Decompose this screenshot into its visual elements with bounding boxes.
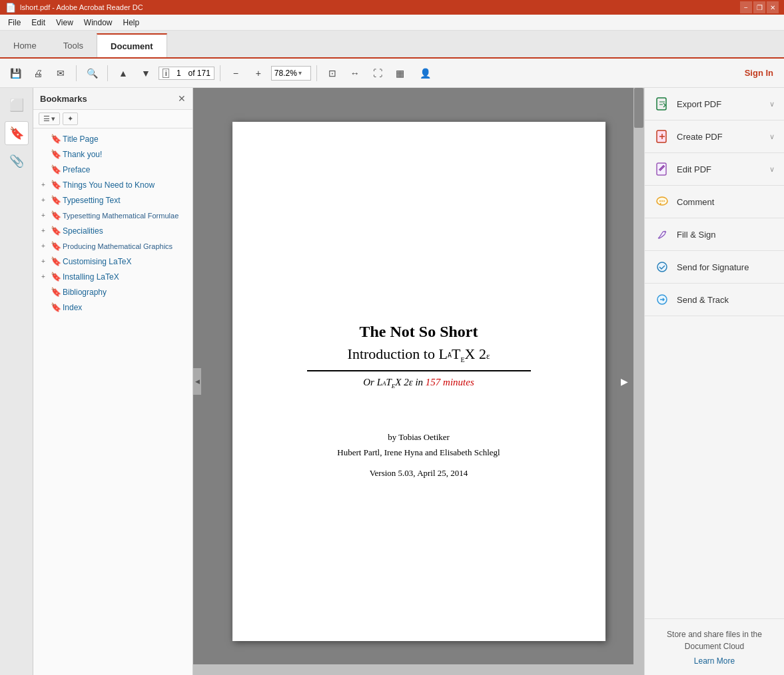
bookmark-item-math-graphics[interactable]: + 🔖 Producing Mathematical Graphics: [33, 238, 193, 254]
prev-page-button[interactable]: ▲: [113, 63, 133, 83]
pages-panel-button[interactable]: ⬜: [5, 93, 29, 117]
pdf-version: Version 5.03, April 25, 2014: [259, 465, 579, 481]
window-title: lshort.pdf - Adobe Acrobat Reader DC: [20, 3, 143, 11]
comment-row: Comment: [654, 194, 775, 210]
right-panel-comment[interactable]: Comment: [645, 186, 784, 218]
bookmarks-list-btn[interactable]: ☰ ▾: [39, 112, 60, 125]
menu-help[interactable]: Help: [118, 17, 145, 29]
right-panel-send-signature[interactable]: Send for Signature: [645, 251, 784, 284]
promo-text: Store and share files in the Document Cl…: [654, 628, 775, 652]
edit-pdf-icon: [654, 161, 670, 177]
pdf-page: The Not So Short Introduction to LATEX 2…: [232, 122, 605, 641]
bookmark-item-customising[interactable]: + 🔖 Customising LaTeX: [33, 254, 193, 269]
info-icon: i: [163, 69, 169, 78]
menu-bar: File Edit View Window Help: [0, 15, 784, 31]
right-panel: Export PDF ∨ Create PDF ∨ Edit PDF ∨: [644, 88, 784, 675]
send-signature-row: Send for Signature: [654, 259, 775, 275]
next-page-arrow[interactable]: ▶: [617, 368, 631, 395]
right-panel-create-pdf[interactable]: Create PDF ∨: [645, 120, 784, 153]
bookmark-item-installing[interactable]: + 🔖 Installing LaTeX: [33, 269, 193, 284]
bookmarks-header: Bookmarks ✕: [33, 88, 193, 110]
email-button[interactable]: ✉: [51, 63, 71, 83]
bookmarks-panel-button[interactable]: 🔖: [5, 121, 29, 145]
profile-button[interactable]: 👤: [416, 63, 436, 83]
bookmark-label-thank-you: Thank you!: [63, 150, 102, 159]
menu-edit[interactable]: Edit: [26, 17, 51, 29]
pdf-scrollbar-horizontal[interactable]: [193, 664, 633, 675]
toolbar-separator-1: [76, 65, 77, 81]
bookmark-item-specialities[interactable]: + 🔖 Specialities: [33, 223, 193, 238]
fullscreen-button[interactable]: ⛶: [368, 63, 388, 83]
send-signature-label: Send for Signature: [677, 262, 775, 272]
create-pdf-chevron: ∨: [769, 132, 775, 141]
bookmark-item-title-page[interactable]: 🔖 Title Page: [33, 131, 193, 146]
title-bar: 📄 lshort.pdf - Adobe Acrobat Reader DC −…: [0, 0, 784, 15]
bookmark-item-math-formulae[interactable]: + 🔖 Typesetting Mathematical Formulae: [33, 208, 193, 223]
toolbar-separator-3: [220, 65, 220, 81]
sign-in-button[interactable]: Sign In: [739, 65, 779, 81]
close-button[interactable]: ✕: [767, 1, 779, 13]
fill-sign-icon: [654, 226, 670, 242]
right-panel-fill-sign[interactable]: Fill & Sign: [645, 218, 784, 251]
bookmark-label-index: Index: [63, 303, 82, 312]
bookmark-item-bibliography[interactable]: 🔖 Bibliography: [33, 284, 193, 300]
tab-home[interactable]: Home: [0, 33, 50, 57]
bookmarks-close-button[interactable]: ✕: [178, 93, 186, 104]
bookmark-item-typesetting-text[interactable]: + 🔖 Typesetting Text: [33, 192, 193, 208]
promo-learn-more-link[interactable]: Learn More: [694, 656, 735, 666]
menu-view[interactable]: View: [51, 17, 79, 29]
restore-button[interactable]: ❐: [753, 1, 765, 13]
tab-tools[interactable]: Tools: [50, 33, 97, 57]
comment-icon: [654, 194, 670, 210]
marquee-button[interactable]: ▦: [390, 63, 410, 83]
comment-label: Comment: [677, 197, 775, 207]
menu-window[interactable]: Window: [79, 17, 118, 29]
zoom-out-button[interactable]: −: [226, 63, 246, 83]
bookmark-icon: 🔖: [51, 256, 60, 266]
attachments-panel-button[interactable]: 📎: [5, 149, 29, 173]
bookmark-label-title-page: Title Page: [63, 134, 99, 144]
bookmark-item-things[interactable]: + 🔖 Things You Need to Know: [33, 177, 193, 192]
expand-things-button[interactable]: +: [39, 180, 48, 190]
scroll-thumb-vertical[interactable]: [634, 88, 643, 128]
send-track-icon: [654, 292, 670, 308]
page-number-input[interactable]: [171, 69, 186, 78]
pdf-author1: by Tobias Oetiker: [259, 429, 579, 445]
fill-sign-row: Fill & Sign: [654, 226, 775, 242]
search-button[interactable]: 🔍: [82, 63, 102, 83]
expand-typesetting-text-button[interactable]: +: [39, 196, 48, 205]
expand-math-formulae-button[interactable]: +: [39, 211, 48, 220]
expand-installing-button[interactable]: +: [39, 272, 48, 282]
bookmark-item-index[interactable]: 🔖 Index: [33, 300, 193, 315]
bookmarks-title: Bookmarks: [40, 94, 87, 104]
zoom-box[interactable]: 78.2% ▾: [271, 66, 311, 81]
expand-specialities-button[interactable]: +: [39, 226, 48, 236]
edit-pdf-label: Edit PDF: [677, 164, 763, 174]
svg-point-6: [663, 200, 665, 202]
export-pdf-row: Export PDF ∨: [654, 96, 775, 112]
pdf-scrollbar-vertical[interactable]: [633, 88, 644, 664]
tab-document[interactable]: Document: [97, 33, 167, 57]
right-panel-send-track[interactable]: Send & Track: [645, 284, 784, 316]
bookmark-item-thank-you[interactable]: 🔖 Thank you!: [33, 146, 193, 162]
fit-page-button[interactable]: ⊡: [322, 63, 342, 83]
zoom-in-button[interactable]: +: [248, 63, 268, 83]
bookmarks-add-btn[interactable]: ✦: [63, 112, 78, 125]
page-info-box: i of 171: [159, 67, 214, 80]
svg-point-4: [659, 200, 661, 202]
menu-file[interactable]: File: [3, 17, 26, 29]
bookmarks-toolbar: ☰ ▾ ✦: [33, 110, 193, 128]
minimize-button[interactable]: −: [740, 1, 752, 13]
send-signature-icon: [654, 259, 670, 275]
save-button[interactable]: 💾: [5, 63, 25, 83]
print-button[interactable]: 🖨: [28, 63, 48, 83]
right-panel-edit-pdf[interactable]: Edit PDF ∨: [645, 153, 784, 186]
bookmark-item-preface[interactable]: 🔖 Preface: [33, 162, 193, 177]
expand-math-graphics-button[interactable]: +: [39, 242, 48, 251]
create-pdf-icon: [654, 128, 670, 144]
right-panel-export-pdf[interactable]: Export PDF ∨: [645, 88, 784, 120]
next-page-button[interactable]: ▼: [136, 63, 156, 83]
fit-width-button[interactable]: ↔: [345, 63, 365, 83]
collapse-left-button[interactable]: ◀: [193, 368, 201, 395]
expand-customising-button[interactable]: +: [39, 257, 48, 266]
